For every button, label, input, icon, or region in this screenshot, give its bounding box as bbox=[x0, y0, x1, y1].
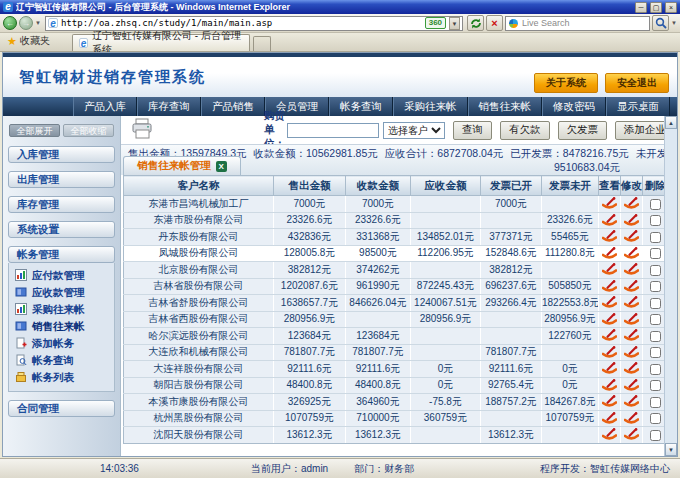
write-icon[interactable] bbox=[602, 233, 617, 244]
sidebar-item[interactable]: 销售往来帐 bbox=[15, 318, 112, 335]
write-icon[interactable] bbox=[624, 266, 639, 277]
has-debt-button[interactable]: 有欠款 bbox=[500, 121, 550, 140]
write-icon[interactable] bbox=[602, 200, 617, 211]
write-icon[interactable] bbox=[624, 382, 639, 393]
main-menu-item[interactable]: 产品入库 bbox=[73, 97, 137, 116]
write-icon[interactable] bbox=[624, 398, 639, 409]
write-icon[interactable] bbox=[602, 283, 617, 294]
view-button[interactable] bbox=[599, 212, 621, 229]
sidebar-group-header[interactable]: 系统设置 bbox=[8, 221, 115, 238]
delete-checkbox[interactable] bbox=[650, 199, 661, 210]
write-icon[interactable] bbox=[602, 217, 617, 228]
edit-button[interactable] bbox=[621, 229, 643, 246]
write-icon[interactable] bbox=[602, 332, 617, 343]
delete-checkbox[interactable] bbox=[650, 397, 661, 408]
buyer-unit-input[interactable] bbox=[287, 123, 379, 138]
write-icon[interactable] bbox=[602, 382, 617, 393]
delete-checkbox[interactable] bbox=[650, 281, 661, 292]
search-button[interactable] bbox=[652, 15, 669, 31]
sidebar-group-header[interactable]: 合同管理 bbox=[8, 400, 115, 417]
logout-button[interactable]: 安全退出 bbox=[605, 73, 669, 93]
edit-button[interactable] bbox=[621, 278, 643, 295]
main-menu-item[interactable]: 显示桌面 bbox=[606, 97, 670, 116]
write-icon[interactable] bbox=[624, 250, 639, 261]
write-icon[interactable] bbox=[624, 365, 639, 376]
write-icon[interactable] bbox=[602, 398, 617, 409]
address-dropdown-icon[interactable]: ▼ bbox=[449, 17, 460, 30]
write-icon[interactable] bbox=[624, 283, 639, 294]
edit-button[interactable] bbox=[621, 262, 643, 279]
stop-button[interactable]: × bbox=[486, 15, 503, 31]
main-menu-item[interactable]: 帐务查询 bbox=[329, 97, 393, 116]
query-button[interactable]: 查询 bbox=[453, 121, 492, 140]
delete-checkbox[interactable] bbox=[650, 331, 661, 342]
new-tab-stub[interactable] bbox=[253, 36, 271, 51]
print-button[interactable] bbox=[130, 118, 154, 143]
write-icon[interactable] bbox=[624, 200, 639, 211]
favorites-button[interactable]: ★ 收藏夹 bbox=[7, 34, 50, 48]
sidebar-group-header[interactable]: 库存管理 bbox=[8, 196, 115, 213]
browser-tab[interactable]: e 辽宁智虹传媒有限公司 - 后台管理系统 bbox=[72, 34, 250, 51]
write-icon[interactable] bbox=[602, 431, 617, 442]
about-system-button[interactable]: 关于系统 bbox=[534, 73, 598, 93]
edit-button[interactable] bbox=[621, 196, 643, 213]
scroll-up-icon[interactable]: ▲ bbox=[665, 116, 677, 129]
sheet-tab[interactable]: 销售往来帐管理 X bbox=[123, 156, 241, 175]
delete-checkbox[interactable] bbox=[650, 314, 661, 325]
edit-button[interactable] bbox=[621, 361, 643, 378]
sidebar-item[interactable]: 应收款管理 bbox=[15, 284, 112, 301]
main-menu-item[interactable]: 修改密码 bbox=[542, 97, 606, 116]
collapse-all-button[interactable]: 全部收缩 bbox=[63, 124, 114, 137]
sidebar-item[interactable]: 采购往来帐 bbox=[15, 301, 112, 318]
delete-checkbox[interactable] bbox=[650, 248, 661, 259]
delete-checkbox[interactable] bbox=[650, 364, 661, 375]
write-icon[interactable] bbox=[602, 349, 617, 360]
sidebar-item[interactable]: 添加帐务 bbox=[15, 335, 112, 352]
360-badge[interactable]: 360 bbox=[425, 17, 446, 29]
view-button[interactable] bbox=[599, 361, 621, 378]
view-button[interactable] bbox=[599, 377, 621, 394]
edit-button[interactable] bbox=[621, 245, 643, 262]
view-button[interactable] bbox=[599, 344, 621, 361]
delete-checkbox[interactable] bbox=[650, 298, 661, 309]
customer-select[interactable]: 选择客户 bbox=[383, 122, 445, 139]
url-text[interactable]: http://oa.zhsq.cn/study/1/main/main.asp bbox=[61, 18, 422, 28]
excel-export-icon[interactable]: X bbox=[216, 161, 227, 172]
view-button[interactable] bbox=[599, 410, 621, 427]
view-button[interactable] bbox=[599, 328, 621, 345]
write-icon[interactable] bbox=[624, 349, 639, 360]
minimize-button[interactable]: ─ bbox=[635, 2, 647, 13]
write-icon[interactable] bbox=[624, 415, 639, 426]
edit-button[interactable] bbox=[621, 311, 643, 328]
edit-button[interactable] bbox=[621, 427, 643, 444]
sidebar-group-header[interactable]: 出库管理 bbox=[8, 171, 115, 188]
edit-button[interactable] bbox=[621, 212, 643, 229]
sidebar-group-header[interactable]: 帐务管理 bbox=[8, 246, 115, 263]
edit-button[interactable] bbox=[621, 295, 643, 312]
search-options-dropdown-icon[interactable]: ▼ bbox=[671, 20, 677, 26]
delete-checkbox[interactable] bbox=[650, 347, 661, 358]
delete-checkbox[interactable] bbox=[650, 413, 661, 424]
write-icon[interactable] bbox=[602, 250, 617, 261]
main-menu-item[interactable]: 产品销售 bbox=[201, 97, 265, 116]
view-button[interactable] bbox=[599, 311, 621, 328]
back-button[interactable]: ← bbox=[3, 16, 17, 30]
scroll-down-icon[interactable]: ▼ bbox=[665, 443, 677, 456]
content-scrollbar[interactable]: ▲ ▼ bbox=[664, 116, 677, 456]
write-icon[interactable] bbox=[602, 299, 617, 310]
write-icon[interactable] bbox=[602, 266, 617, 277]
delete-checkbox[interactable] bbox=[650, 265, 661, 276]
expand-all-button[interactable]: 全部展开 bbox=[9, 124, 60, 137]
write-icon[interactable] bbox=[602, 316, 617, 327]
edit-button[interactable] bbox=[621, 410, 643, 427]
write-icon[interactable] bbox=[624, 217, 639, 228]
sidebar-group-header[interactable]: 入库管理 bbox=[8, 146, 115, 163]
edit-button[interactable] bbox=[621, 377, 643, 394]
refresh-button[interactable] bbox=[467, 15, 484, 31]
delete-checkbox[interactable] bbox=[650, 232, 661, 243]
write-icon[interactable] bbox=[602, 415, 617, 426]
history-dropdown-icon[interactable]: ▼ bbox=[35, 20, 41, 26]
edit-button[interactable] bbox=[621, 328, 643, 345]
write-icon[interactable] bbox=[602, 365, 617, 376]
main-menu-item[interactable]: 销售往来帐 bbox=[468, 97, 543, 116]
